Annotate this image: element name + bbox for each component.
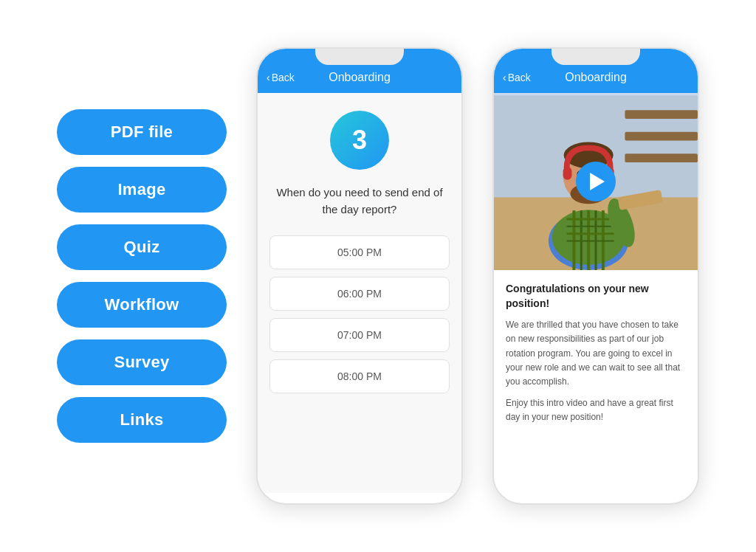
quiz-question: When do you need to send end of the day … <box>269 184 450 218</box>
video-area <box>494 93 698 270</box>
quiz-option-3[interactable]: 07:00 PM <box>269 318 450 352</box>
chevron-left-icon: ‹ <box>267 72 270 83</box>
play-button[interactable] <box>576 162 616 201</box>
links-button[interactable]: Links <box>57 397 227 443</box>
main-container: PDF file Image Quiz Workflow Survey Link… <box>0 25 756 527</box>
survey-button[interactable]: Survey <box>57 339 227 385</box>
phone1-title: Onboarding <box>329 71 391 84</box>
phone1-header: ‹ Back Onboarding <box>258 49 461 93</box>
phone2-body-text: We are thrilled that you have chosen to … <box>506 318 686 424</box>
phone1-back-button[interactable]: ‹ Back <box>267 72 295 83</box>
quiz-option-4[interactable]: 08:00 PM <box>269 359 450 393</box>
svg-rect-3 <box>625 132 698 141</box>
phone2-paragraph-1: We are thrilled that you have chosen to … <box>506 318 686 389</box>
phone2-paragraph-2: Enjoy this intro video and have a great … <box>506 396 686 424</box>
sidebar: PDF file Image Quiz Workflow Survey Link… <box>57 109 227 443</box>
phone2-congrats-title: Congratulations on your new position! <box>506 282 686 311</box>
quiz-option-2[interactable]: 06:00 PM <box>269 277 450 311</box>
quiz-number: 3 <box>352 125 367 156</box>
phone-quiz: ‹ Back Onboarding 3 When do you need to … <box>256 47 463 505</box>
phone2-content: Congratulations on your new position! We… <box>494 270 698 493</box>
phone1-back-label: Back <box>272 72 295 83</box>
phone1-body: 3 When do you need to send end of the da… <box>258 93 461 493</box>
phone2-back-button[interactable]: ‹ Back <box>503 72 531 83</box>
workflow-button[interactable]: Workflow <box>57 282 227 328</box>
pdf-file-button[interactable]: PDF file <box>57 109 227 155</box>
chevron-left-icon-2: ‹ <box>503 72 506 83</box>
phone2-title-bold: Congratulations on your new position <box>506 283 649 309</box>
quiz-options: 05:00 PM 06:00 PM 07:00 PM 08:00 PM <box>269 235 450 393</box>
quiz-button[interactable]: Quiz <box>57 224 227 270</box>
phone2-title-end: ! <box>546 297 549 309</box>
phone2-back-label: Back <box>508 72 531 83</box>
phone2-header: ‹ Back Onboarding <box>494 49 698 93</box>
svg-rect-2 <box>625 110 698 119</box>
play-icon <box>590 173 605 190</box>
phone2-title-header: Onboarding <box>565 71 627 84</box>
phone-onboarding: ‹ Back Onboarding <box>492 47 699 505</box>
image-button[interactable]: Image <box>57 167 227 213</box>
quiz-number-circle: 3 <box>330 111 389 170</box>
svg-rect-4 <box>625 153 698 162</box>
svg-rect-21 <box>563 167 572 180</box>
quiz-option-1[interactable]: 05:00 PM <box>269 235 450 269</box>
